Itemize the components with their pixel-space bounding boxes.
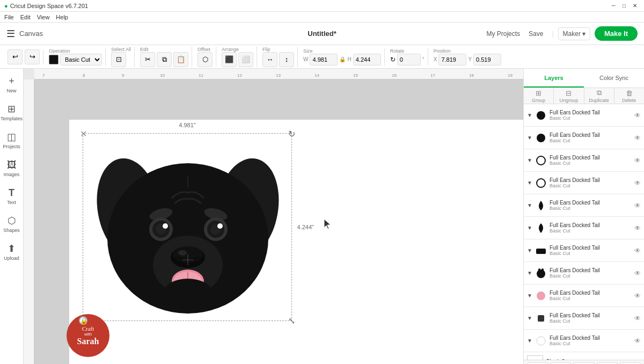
hamburger-menu[interactable]: ☰ <box>6 28 15 40</box>
expand-icon[interactable]: ▼ <box>527 157 532 163</box>
layer-item[interactable]: ▼ Full Ears Docked Tail Basic Cut 👁 <box>524 172 644 194</box>
visibility-icon[interactable]: 👁 <box>634 179 641 187</box>
width-input[interactable] <box>310 54 338 65</box>
flip-v-button[interactable]: ↕ <box>279 52 294 67</box>
top-nav: ☰ Canvas Untitled* My Projects Save | Ma… <box>0 23 644 45</box>
sarah-text: Sarah <box>77 337 99 346</box>
maximize-button[interactable]: □ <box>619 1 629 11</box>
sidebar-item-shapes[interactable]: ⬡ Shapes <box>2 210 22 237</box>
my-projects-button[interactable]: My Projects <box>486 30 520 38</box>
offset-button[interactable]: ⬡ <box>197 52 213 67</box>
expand-icon[interactable]: ▼ <box>527 247 532 253</box>
layer-item[interactable]: ▼ Full Ears Docked Tail Basic Cut 👁 <box>524 307 644 330</box>
arrange-front-button[interactable]: ⬛ <box>222 52 237 67</box>
visibility-icon[interactable]: 👁 <box>634 315 641 322</box>
layer-item[interactable]: ▼ Full Ears Docked Tail Basic Cut 👁 <box>524 149 644 172</box>
visibility-icon[interactable]: 👁 <box>634 270 641 277</box>
x-input[interactable] <box>438 54 466 65</box>
layer-thumbnail <box>535 154 547 167</box>
contour-button[interactable]: Contour <box>620 362 641 365</box>
paste-button[interactable]: 📋 <box>173 52 188 67</box>
layer-name: Full Ears Docked Tail <box>550 155 632 161</box>
tab-layers[interactable]: Layers <box>524 69 584 88</box>
sidebar-item-upload[interactable]: ⬆ Upload <box>2 238 22 265</box>
attach-button[interactable]: Attach <box>573 362 594 365</box>
flatten-button[interactable]: Flatten <box>597 362 618 365</box>
make-it-button[interactable]: Make It <box>595 26 638 41</box>
panel-tabs: Layers Color Sync <box>524 69 644 88</box>
expand-icon[interactable]: ▼ <box>527 293 532 299</box>
visibility-icon[interactable]: 👁 <box>634 224 641 232</box>
visibility-icon[interactable]: 👁 <box>634 157 641 164</box>
cut-button[interactable]: ✂ <box>140 52 155 67</box>
close-handle[interactable]: ✕ <box>79 129 87 138</box>
text-icon: T <box>9 187 14 199</box>
visibility-icon[interactable]: 👁 <box>634 247 641 254</box>
expand-icon[interactable]: ▼ <box>527 202 532 208</box>
layer-item[interactable]: ▼ Full Ears Docked Tail Basic Cut 👁 <box>524 127 644 149</box>
expand-icon[interactable]: ▼ <box>527 270 532 276</box>
expand-icon[interactable]: ▼ <box>527 180 532 186</box>
rotate-handle[interactable]: ↻ <box>287 129 296 138</box>
design-selection[interactable]: 4.981" 4.244" ✕ ↻ 🔒 ⤡ <box>83 133 292 321</box>
delete-button[interactable]: 🗑 Delete <box>614 88 644 104</box>
ungroup-button[interactable]: ⊟ Ungroup <box>554 88 584 104</box>
arrange-back-button[interactable]: ⬜ <box>238 52 253 67</box>
visibility-icon[interactable]: 👁 <box>634 202 641 209</box>
layer-item[interactable]: ▼ Full Ears Docked Tail Basic Cut 👁 <box>524 217 644 239</box>
menu-edit[interactable]: Edit <box>20 14 31 20</box>
save-button[interactable]: Save <box>524 28 547 40</box>
svg-point-12 <box>217 223 223 229</box>
canvas-area[interactable]: 7 8 9 10 11 12 13 14 15 16 17 18 19 20 <box>24 69 523 364</box>
visibility-icon[interactable]: 👁 <box>634 337 641 345</box>
select-all-button[interactable]: ⊡ <box>111 52 126 67</box>
sidebar-item-new[interactable]: + New <box>2 71 22 98</box>
toolbar: ↩ ↪ Operation Basic Cut Select All ⊡ Edi… <box>0 45 644 69</box>
expand-icon[interactable]: ▼ <box>527 315 532 321</box>
flip-h-button[interactable]: ↔ <box>262 52 277 67</box>
height-input[interactable] <box>353 54 381 65</box>
expand-icon[interactable]: ▼ <box>527 135 532 141</box>
redo-button[interactable]: ↪ <box>25 49 40 64</box>
visibility-icon[interactable]: 👁 <box>634 134 641 142</box>
canvas-background[interactable]: 4.981" 4.244" ✕ ↻ 🔒 ⤡ <box>34 79 523 364</box>
layer-item[interactable]: ▼ Full Ears Docked Tail Basic Cut 👁 <box>524 239 644 262</box>
visibility-icon[interactable]: 👁 <box>634 112 641 119</box>
chevron-down-icon: ▾ <box>582 30 586 38</box>
menu-view[interactable]: View <box>37 14 50 20</box>
layer-item[interactable]: ▼ Full Ears Docked Tail Basic Cut 👁 <box>524 330 644 352</box>
duplicate-button[interactable]: ⧉ Duplicate <box>584 88 614 104</box>
expand-icon[interactable]: ▼ <box>527 112 532 118</box>
menu-help[interactable]: Help <box>56 14 68 20</box>
ungroup-bottom-button[interactable]: Ungroup <box>550 362 571 365</box>
sidebar-item-projects[interactable]: ◫ Projects <box>2 127 22 154</box>
duplicate-icon: ⧉ <box>597 89 602 97</box>
layer-item[interactable]: ▼ Full Ears Docked Tail Basic Cut 👁 <box>524 104 644 127</box>
rotate-input[interactable] <box>397 54 421 65</box>
sidebar-item-templates[interactable]: ⊞ Templates <box>2 99 22 126</box>
expand-icon[interactable]: ▼ <box>527 225 532 231</box>
visibility-icon[interactable]: 👁 <box>634 292 641 300</box>
layer-item[interactable]: ▼ Full Ears Docked Tail Basic Cut 👁 <box>524 262 644 285</box>
operation-select[interactable]: Basic Cut <box>60 54 102 65</box>
undo-button[interactable]: ↩ <box>8 49 23 64</box>
lock-handle[interactable]: 🔒 <box>79 316 87 325</box>
y-input[interactable] <box>473 54 501 65</box>
nav-left: ☰ Canvas <box>6 28 214 40</box>
copy-button[interactable]: ⧉ <box>157 52 172 67</box>
menu-file[interactable]: File <box>4 14 14 20</box>
tab-color-sync[interactable]: Color Sync <box>584 69 644 88</box>
scale-handle[interactable]: ⤡ <box>287 316 296 325</box>
minimize-button[interactable]: ─ <box>609 1 618 11</box>
layer-item[interactable]: ▼ Full Ears Docked Tail Basic Cut 👁 <box>524 194 644 217</box>
expand-icon[interactable]: ▼ <box>527 338 532 344</box>
maker-button[interactable]: Maker ▾ <box>558 27 590 40</box>
group-bottom-button[interactable]: Group <box>527 362 548 365</box>
layer-name: Full Ears Docked Tail <box>550 132 632 138</box>
flip-section: Flip ↔ ↕ <box>259 47 298 67</box>
close-button[interactable]: ✕ <box>630 1 640 11</box>
group-button[interactable]: ⊞ Group <box>524 88 554 104</box>
layer-item[interactable]: ▼ Full Ears Docked Tail Basic Cut 👁 <box>524 285 644 307</box>
sidebar-item-images[interactable]: 🖼 Images <box>2 155 22 181</box>
sidebar-item-text[interactable]: T Text <box>2 183 22 209</box>
